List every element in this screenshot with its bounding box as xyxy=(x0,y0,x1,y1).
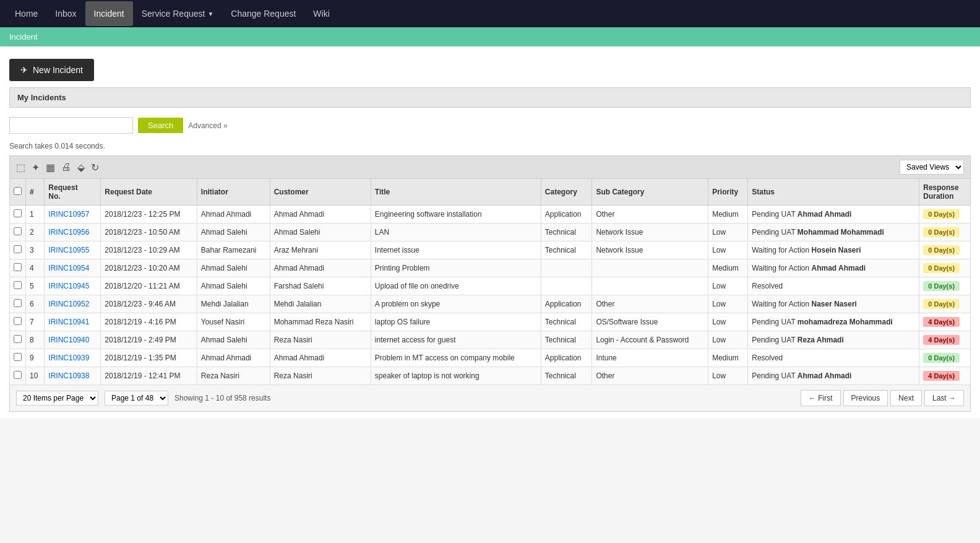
row-checkbox-cell[interactable] xyxy=(10,224,26,241)
table-header-row: # RequestNo. Request Date Initiator Cust… xyxy=(10,179,971,206)
row-title: Internet issue xyxy=(371,241,541,259)
row-checkbox[interactable] xyxy=(14,317,22,325)
row-checkbox-cell[interactable] xyxy=(10,295,26,313)
toolbar-icons: ⬚ ✦ ▦ 🖨 ⬙ ↻ xyxy=(16,162,99,173)
row-sub-category: Network Issue xyxy=(592,224,708,241)
response-badge: 0 Day(s) xyxy=(923,263,960,273)
advanced-search-link[interactable]: Advanced » xyxy=(188,121,227,130)
status-text: Resolved xyxy=(752,282,783,290)
request-no-link[interactable]: IRINC10957 xyxy=(48,210,89,219)
nav-inbox[interactable]: Inbox xyxy=(46,1,85,26)
breadcrumb: Incident xyxy=(0,27,980,46)
row-request-no[interactable]: IRINC10945 xyxy=(45,277,101,295)
row-checkbox[interactable] xyxy=(14,263,22,271)
row-checkbox[interactable] xyxy=(14,245,22,253)
request-no-link[interactable]: IRINC10945 xyxy=(48,282,89,290)
request-no-link[interactable]: IRINC10941 xyxy=(48,318,89,326)
row-num: 5 xyxy=(26,277,45,295)
row-request-date: 2018/12/19 - 1:35 PM xyxy=(101,349,197,367)
row-customer: Reza Nasiri xyxy=(270,367,371,385)
select-all-checkbox[interactable] xyxy=(14,187,22,195)
nav-home[interactable]: Home xyxy=(6,1,46,26)
row-checkbox[interactable] xyxy=(14,299,22,307)
row-checkbox[interactable] xyxy=(14,227,22,235)
nav-service-request[interactable]: Service Request ▼ xyxy=(133,1,223,26)
export-icon[interactable]: ⬙ xyxy=(77,162,85,173)
row-request-no[interactable]: IRINC10952 xyxy=(45,295,101,313)
row-request-date: 2018/12/23 - 10:20 AM xyxy=(101,259,197,277)
last-page-button[interactable]: Last → xyxy=(924,390,964,406)
row-checkbox[interactable] xyxy=(14,353,22,361)
row-checkbox-cell[interactable] xyxy=(10,367,26,385)
response-badge: 4 Day(s) xyxy=(923,317,960,327)
row-checkbox[interactable] xyxy=(14,209,22,217)
row-status: Waiting for Action Hosein Naseri xyxy=(748,241,919,259)
showing-info: Showing 1 - 10 of 958 results xyxy=(174,394,270,402)
row-request-no[interactable]: IRINC10939 xyxy=(45,349,101,367)
response-badge: 0 Day(s) xyxy=(923,227,960,237)
nav-wiki[interactable]: Wiki xyxy=(304,1,338,26)
row-customer: Reza Nasiri xyxy=(270,331,371,349)
table-row: 9 IRINC10939 2018/12/19 - 1:35 PM Ahmad … xyxy=(10,349,971,367)
settings-icon[interactable]: ✦ xyxy=(32,162,40,173)
status-text: Pending UAT Ahmad Ahmadi xyxy=(752,210,851,219)
status-text: Pending UAT Ahmad Ahmadi xyxy=(752,371,851,380)
row-response-duration: 4 Day(s) xyxy=(919,313,971,331)
row-checkbox[interactable] xyxy=(14,371,22,379)
row-title: speaker of laptop is not working xyxy=(371,367,541,385)
row-request-no[interactable]: IRINC10955 xyxy=(45,241,101,259)
row-checkbox-cell[interactable] xyxy=(10,259,26,277)
row-request-no[interactable]: IRINC10941 xyxy=(45,313,101,331)
copy-icon[interactable]: ⬚ xyxy=(16,162,25,173)
search-input[interactable] xyxy=(9,117,133,134)
response-badge: 0 Day(s) xyxy=(923,245,960,255)
request-no-link[interactable]: IRINC10954 xyxy=(48,264,89,272)
row-initiator: Mehdi Jalalian xyxy=(197,295,270,313)
search-button[interactable]: Search xyxy=(138,118,183,133)
header-checkbox-col xyxy=(10,179,26,206)
row-title: laptop OS failure xyxy=(371,313,541,331)
per-page-select[interactable]: 20 Items per Page xyxy=(16,391,98,406)
row-checkbox-cell[interactable] xyxy=(10,206,26,224)
row-request-date: 2018/12/20 - 11:21 AM xyxy=(101,277,197,295)
row-request-no[interactable]: IRINC10954 xyxy=(45,259,101,277)
response-badge: 0 Day(s) xyxy=(923,299,960,309)
saved-views-select[interactable]: Saved Views xyxy=(900,160,964,175)
row-request-no[interactable]: IRINC10956 xyxy=(45,224,101,241)
row-category: Technical xyxy=(541,367,592,385)
page-select[interactable]: Page 1 of 48 xyxy=(105,391,168,406)
row-request-no[interactable]: IRINC10940 xyxy=(45,331,101,349)
request-no-link[interactable]: IRINC10952 xyxy=(48,300,89,308)
first-page-button[interactable]: ← First xyxy=(801,390,841,406)
row-request-no[interactable]: IRINC10938 xyxy=(45,367,101,385)
request-no-link[interactable]: IRINC10939 xyxy=(48,354,89,362)
new-incident-button[interactable]: ✈ New Incident xyxy=(9,59,94,81)
row-num: 6 xyxy=(26,295,45,313)
previous-page-button[interactable]: Previous xyxy=(843,390,888,406)
row-checkbox-cell[interactable] xyxy=(10,241,26,259)
print-icon[interactable]: 🖨 xyxy=(61,162,71,173)
request-no-link[interactable]: IRINC10956 xyxy=(48,228,89,237)
table-icon[interactable]: ▦ xyxy=(46,162,55,173)
row-checkbox-cell[interactable] xyxy=(10,313,26,331)
row-request-no[interactable]: IRINC10957 xyxy=(45,206,101,224)
request-no-link[interactable]: IRINC10955 xyxy=(48,246,89,254)
search-info: Search takes 0.014 seconds. xyxy=(9,142,971,150)
row-checkbox-cell[interactable] xyxy=(10,331,26,349)
header-sub-category: Sub Category xyxy=(592,179,708,206)
nav-incident[interactable]: Incident xyxy=(85,1,133,26)
header-response-duration: ResponseDuration xyxy=(919,179,971,206)
next-page-button[interactable]: Next xyxy=(890,390,922,406)
row-checkbox-cell[interactable] xyxy=(10,277,26,295)
table-body: 1 IRINC10957 2018/12/23 - 12:25 PM Ahmad… xyxy=(10,206,971,385)
nav-change-request[interactable]: Change Request xyxy=(222,1,304,26)
response-badge: 0 Day(s) xyxy=(923,209,960,219)
row-response-duration: 0 Day(s) xyxy=(919,241,971,259)
row-checkbox[interactable] xyxy=(14,281,22,289)
request-no-link[interactable]: IRINC10940 xyxy=(48,336,89,344)
row-checkbox-cell[interactable] xyxy=(10,349,26,367)
row-checkbox[interactable] xyxy=(14,335,22,343)
request-no-link[interactable]: IRINC10938 xyxy=(48,371,89,380)
row-category: Technical xyxy=(541,313,592,331)
refresh-icon[interactable]: ↻ xyxy=(91,162,99,173)
